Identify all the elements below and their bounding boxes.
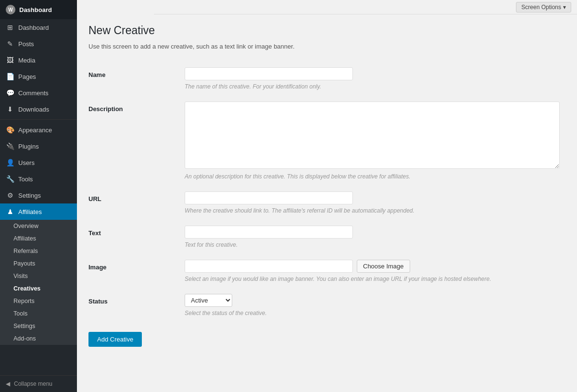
submenu-visits[interactable]: Visits [0, 270, 77, 282]
text-input[interactable] [185, 226, 353, 239]
screen-options-label: Screen Options [521, 4, 561, 11]
submenu-payouts[interactable]: Payouts [0, 257, 77, 270]
sidebar-item-users[interactable]: 👤 Users [0, 154, 77, 171]
image-row: Choose Image [185, 260, 565, 273]
description-hint: An optional description for this creativ… [185, 173, 565, 180]
url-hint: Where the creative should link to. The a… [185, 207, 565, 214]
media-icon: 🖼 [6, 56, 14, 64]
sidebar-item-label: Pages [18, 73, 36, 80]
sidebar-item-posts[interactable]: ✎ Posts [0, 36, 77, 52]
text-hint: Text for this creative. [185, 241, 565, 248]
sidebar-item-label: Users [18, 159, 35, 166]
sidebar-item-label: Appearance [18, 126, 52, 134]
plugins-icon: 🔌 [6, 142, 14, 150]
name-input[interactable] [185, 67, 353, 80]
sidebar-item-pages[interactable]: 📄 Pages [0, 68, 77, 85]
sidebar-item-label: Settings [18, 192, 41, 199]
sidebar-item-settings[interactable]: ⚙ Settings [0, 187, 77, 203]
sidebar-item-plugins[interactable]: 🔌 Plugins [0, 138, 77, 154]
image-hint: Select an image if you would like an ima… [185, 276, 565, 282]
sidebar-item-tools[interactable]: 🔧 Tools [0, 171, 77, 187]
submenu-add-ons[interactable]: Add-ons [0, 332, 77, 345]
sidebar-item-downloads[interactable]: ⬇ Downloads [0, 101, 77, 117]
submenu-reports[interactable]: Reports [0, 295, 77, 307]
submenu-creatives[interactable]: Creatives [0, 282, 77, 295]
status-hint: Select the status of the creative. [185, 310, 565, 316]
submenu-affiliates[interactable]: Affiliates [0, 232, 77, 245]
appearance-icon: 🎨 [6, 126, 14, 134]
add-creative-button[interactable]: Add Creative [88, 332, 142, 347]
sidebar-item-label: Plugins [18, 143, 39, 150]
sidebar-item-label: Comments [18, 89, 49, 97]
sidebar-item-label: Dashboard [18, 24, 49, 31]
screen-options-button[interactable]: Screen Options ▾ [516, 2, 571, 13]
submenu-referrals[interactable]: Referrals [0, 245, 77, 257]
sidebar: W Dashboard ⊞ Dashboard ✎ Posts 🖼 Media … [0, 0, 77, 392]
affiliates-icon: ♟ [6, 208, 14, 215]
form-row-url: URL Where the creative should link to. T… [88, 186, 565, 220]
url-label: URL [88, 195, 101, 202]
page-title: New Creative [88, 24, 565, 37]
status-label: Status [88, 298, 108, 305]
status-select[interactable]: Active Inactive [185, 294, 232, 307]
collapse-arrow-icon: ◀ [6, 380, 10, 387]
sidebar-item-appearance[interactable]: 🎨 Appearance [0, 122, 77, 138]
choose-image-button[interactable]: Choose Image [357, 260, 410, 273]
sidebar-item-media[interactable]: 🖼 Media [0, 52, 77, 68]
submenu-settings[interactable]: Settings [0, 320, 77, 332]
name-hint: The name of this creative. For your iden… [185, 83, 565, 90]
image-url-input[interactable] [185, 260, 353, 273]
collapse-menu-label: Collapse menu [14, 380, 52, 387]
wp-icon: W [6, 5, 15, 14]
comments-icon: 💬 [6, 89, 14, 97]
text-label: Text [88, 229, 101, 237]
screen-options-arrow-icon: ▾ [563, 4, 566, 11]
description-textarea[interactable] [185, 101, 560, 169]
posts-icon: ✎ [6, 40, 14, 48]
collapse-menu-button[interactable]: ◀ Collapse menu [0, 375, 77, 392]
affiliates-submenu: Overview Affiliates Referrals Payouts Vi… [0, 220, 77, 345]
submenu-tools[interactable]: Tools [0, 307, 77, 320]
sidebar-item-comments[interactable]: 💬 Comments [0, 85, 77, 101]
topbar: Screen Options ▾ [154, 0, 577, 14]
sidebar-item-affiliates[interactable]: ♟ Affiliates [0, 203, 77, 220]
users-icon: 👤 [6, 159, 14, 166]
sidebar-brand-label: Dashboard [19, 6, 52, 13]
submenu-overview[interactable]: Overview [0, 220, 77, 232]
form-row-name: Name The name of this creative. For your… [88, 62, 565, 96]
sidebar-item-label: Posts [18, 40, 34, 48]
url-input[interactable] [185, 191, 353, 204]
sidebar-item-label: Tools [18, 176, 33, 183]
sidebar-brand[interactable]: W Dashboard [0, 0, 77, 19]
name-label: Name [88, 71, 105, 78]
form-row-text: Text Text for this creative. [88, 220, 565, 254]
tools-icon: 🔧 [6, 175, 14, 183]
sidebar-item-label: Affiliates [18, 208, 42, 215]
dashboard-icon: ⊞ [6, 24, 14, 31]
sidebar-divider [0, 119, 77, 120]
description-label: Description [88, 105, 123, 113]
form-row-image: Image Choose Image Select an image if yo… [88, 254, 565, 288]
form-table: Name The name of this creative. For your… [88, 62, 565, 322]
form-row-status: Status Active Inactive Select the status… [88, 288, 565, 322]
image-label: Image [88, 264, 107, 271]
sidebar-item-dashboard[interactable]: ⊞ Dashboard [0, 19, 77, 36]
form-row-description: Description An optional description for … [88, 96, 565, 186]
settings-icon: ⚙ [6, 191, 14, 199]
main-content: New Creative Use this screen to add a ne… [77, 14, 577, 392]
downloads-icon: ⬇ [6, 105, 14, 113]
pages-icon: 📄 [6, 73, 14, 80]
sidebar-item-label: Media [18, 57, 35, 64]
page-subtitle: Use this screen to add a new creative, s… [88, 43, 565, 50]
sidebar-item-label: Downloads [18, 106, 49, 113]
